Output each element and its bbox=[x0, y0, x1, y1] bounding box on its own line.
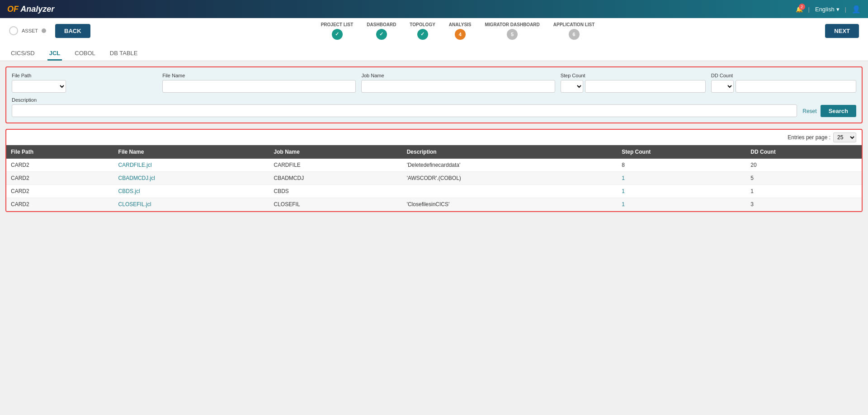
dd-count-input[interactable] bbox=[736, 80, 856, 93]
file-name-input[interactable] bbox=[162, 80, 356, 93]
step-migrator-dashboard-icon: 5 bbox=[507, 29, 518, 40]
col-description: Description bbox=[402, 145, 618, 159]
nav-steps: PROJECT LIST ✓ DASHBOARD ✓ TOPOLOGY ✓ AN… bbox=[99, 22, 816, 40]
step-count-field: Step Count bbox=[561, 73, 706, 93]
description-label: Description bbox=[12, 97, 797, 103]
back-button[interactable]: BACK bbox=[55, 24, 90, 38]
file-name-link[interactable]: CARDFILE.jcl bbox=[118, 162, 152, 168]
bell-icon-wrapper[interactable]: 🔔 2 bbox=[796, 6, 803, 13]
entries-per-page-select[interactable]: 10 25 50 100 bbox=[833, 132, 856, 142]
chevron-down-icon: ▾ bbox=[836, 6, 840, 13]
user-icon[interactable]: 👤 bbox=[852, 5, 861, 14]
step-application-list: APPLICATION LIST 6 bbox=[553, 22, 594, 40]
step-count-link[interactable]: 1 bbox=[622, 201, 625, 208]
file-path-field: File Path bbox=[12, 73, 157, 93]
col-file-name: File Name bbox=[114, 145, 269, 159]
filter-row-2: Description Reset Search bbox=[12, 97, 856, 117]
cell-job-name: CARDFILE bbox=[269, 159, 402, 172]
job-name-input[interactable] bbox=[361, 80, 555, 93]
table-header: File Path File Name Job Name Description… bbox=[6, 145, 862, 159]
step-count-operator[interactable] bbox=[561, 80, 583, 93]
tabs-bar: CICS/SD JCL COBOL DB TABLE bbox=[0, 43, 868, 61]
cell-step-count: 8 bbox=[617, 159, 746, 172]
data-table: File Path File Name Job Name Description… bbox=[6, 145, 862, 211]
tab-db-table[interactable]: DB TABLE bbox=[108, 47, 140, 61]
cell-job-name: CBADMCDJ bbox=[269, 172, 402, 185]
filter-row-1: File Path File Name Job Name Step Count bbox=[12, 73, 856, 93]
cell-file-path: CARD2 bbox=[6, 172, 114, 185]
search-button[interactable]: Search bbox=[821, 105, 856, 117]
step-analysis-icon: 4 bbox=[455, 29, 466, 40]
cell-step-count[interactable]: 1 bbox=[617, 185, 746, 198]
step-analysis-label: ANALYSIS bbox=[449, 22, 472, 27]
step-project-list-icon: ✓ bbox=[332, 29, 343, 40]
cell-description: 'ClosefilesinCICS' bbox=[402, 198, 618, 211]
asset-label: ASSET bbox=[22, 28, 38, 33]
dd-count-field: DD Count bbox=[711, 73, 856, 93]
cell-step-count[interactable]: 1 bbox=[617, 198, 746, 211]
job-name-field: Job Name bbox=[361, 73, 555, 93]
filter-panel: File Path File Name Job Name Step Count bbox=[5, 66, 863, 123]
logo: OF Analyzer bbox=[7, 5, 54, 14]
cell-job-name: CLOSEFIL bbox=[269, 198, 402, 211]
language-selector[interactable]: English ▾ bbox=[815, 6, 840, 13]
step-application-list-icon: 6 bbox=[569, 29, 580, 40]
file-name-link[interactable]: CLOSEFIL.jcl bbox=[118, 201, 151, 208]
file-name-link[interactable]: CBDS.jcl bbox=[118, 188, 140, 194]
entries-row: Entries per page : 10 25 50 100 bbox=[6, 130, 862, 145]
cell-file-name[interactable]: CARDFILE.jcl bbox=[114, 159, 269, 172]
cell-file-name[interactable]: CBADMCDJ.jcl bbox=[114, 172, 269, 185]
file-path-select[interactable] bbox=[12, 80, 66, 93]
step-migrator-dashboard: MIGRATOR DASHBOARD 5 bbox=[485, 22, 540, 40]
table-row: CARD2CBADMCDJ.jclCBADMCDJ'AWSCODR'.(COBO… bbox=[6, 172, 862, 185]
col-step-count: Step Count bbox=[617, 145, 746, 159]
step-count-link[interactable]: 1 bbox=[622, 175, 625, 181]
asset-section: ASSET bbox=[9, 26, 46, 35]
next-button[interactable]: NEXT bbox=[825, 24, 859, 38]
nav-bar: ASSET BACK PROJECT LIST ✓ DASHBOARD ✓ TO… bbox=[0, 18, 868, 43]
bell-badge: 2 bbox=[799, 4, 805, 10]
cell-file-path: CARD2 bbox=[6, 159, 114, 172]
filter-actions: Reset Search bbox=[802, 105, 856, 117]
col-file-path: File Path bbox=[6, 145, 114, 159]
reset-link[interactable]: Reset bbox=[802, 108, 816, 114]
step-topology: TOPOLOGY ✓ bbox=[410, 22, 435, 40]
file-name-label: File Name bbox=[162, 73, 356, 78]
cell-file-path: CARD2 bbox=[6, 198, 114, 211]
table-panel: Entries per page : 10 25 50 100 File Pat… bbox=[5, 129, 863, 212]
file-name-link[interactable]: CBADMCDJ.jcl bbox=[118, 175, 155, 181]
cell-description: 'Deletedefinecarddata' bbox=[402, 159, 618, 172]
main-content: File Path File Name Job Name Step Count bbox=[0, 61, 868, 217]
cell-dd-count: 1 bbox=[746, 185, 862, 198]
cell-file-name[interactable]: CBDS.jcl bbox=[114, 185, 269, 198]
step-count-input[interactable] bbox=[585, 80, 706, 93]
step-dashboard-icon: ✓ bbox=[376, 29, 387, 40]
tab-cobol[interactable]: COBOL bbox=[73, 47, 97, 61]
col-dd-count: DD Count bbox=[746, 145, 862, 159]
logo-rest: Analyzer bbox=[19, 5, 54, 14]
step-count-label: Step Count bbox=[561, 73, 706, 78]
tab-jcl[interactable]: JCL bbox=[47, 47, 62, 61]
step-dashboard: DASHBOARD ✓ bbox=[367, 22, 396, 40]
file-name-field: File Name bbox=[162, 73, 356, 93]
cell-file-name[interactable]: CLOSEFIL.jcl bbox=[114, 198, 269, 211]
table-row: CARD2CARDFILE.jclCARDFILE'Deletedefineca… bbox=[6, 159, 862, 172]
step-topology-icon: ✓ bbox=[417, 29, 428, 40]
table-body: CARD2CARDFILE.jclCARDFILE'Deletedefineca… bbox=[6, 159, 862, 211]
dd-count-label: DD Count bbox=[711, 73, 856, 78]
language-label: English bbox=[815, 6, 835, 13]
dd-count-operator[interactable] bbox=[711, 80, 734, 93]
asset-dot bbox=[42, 28, 46, 33]
description-field: Description bbox=[12, 97, 797, 117]
cell-file-path: CARD2 bbox=[6, 185, 114, 198]
cell-job-name: CBDS bbox=[269, 185, 402, 198]
cell-description: 'AWSCODR'.(COBOL) bbox=[402, 172, 618, 185]
step-project-list: PROJECT LIST ✓ bbox=[321, 22, 354, 40]
description-input[interactable] bbox=[12, 104, 797, 117]
step-count-link[interactable]: 1 bbox=[622, 188, 625, 194]
tab-cics-sd[interactable]: CICS/SD bbox=[9, 47, 37, 61]
logo-of: OF bbox=[7, 5, 19, 14]
cell-step-count[interactable]: 1 bbox=[617, 172, 746, 185]
step-dashboard-label: DASHBOARD bbox=[367, 22, 396, 27]
header-right: 🔔 2 | English ▾ | 👤 bbox=[796, 5, 861, 14]
